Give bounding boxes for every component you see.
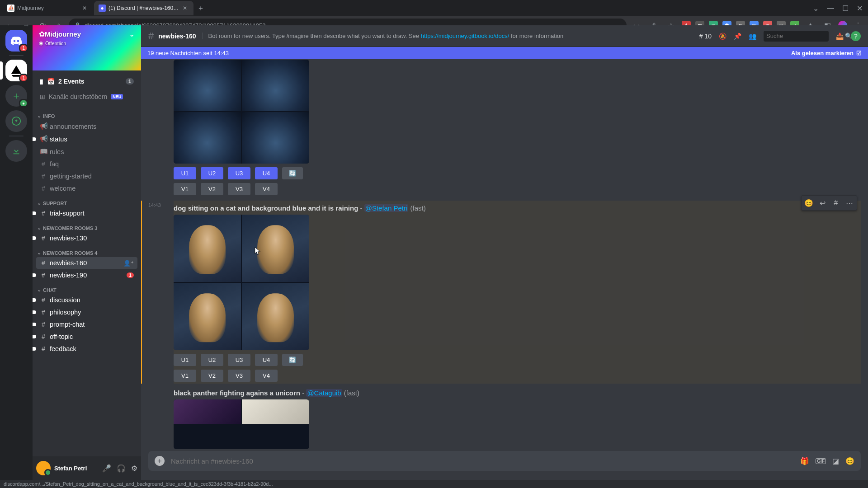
user-mention[interactable]: @Stefan Petri	[364, 204, 409, 212]
search-input[interactable]	[766, 33, 842, 39]
grid-tile	[242, 112, 309, 164]
server-header[interactable]: ✿ Midjourney ⌄ ◉ Öffentlich	[33, 25, 141, 70]
channel-list[interactable]: ▮ 📅 2 Events 1 ⊞ Kanäle durchstöbern NEU…	[33, 70, 141, 456]
v2-button[interactable]: V2	[201, 370, 223, 382]
category-header[interactable]: ⌄ NEWCOMER ROOMS 3	[36, 220, 137, 232]
mute-icon[interactable]: 🎤	[102, 464, 111, 473]
message-input[interactable]: ＋ 🎁 GIF ◪ 😊	[148, 451, 861, 471]
channel-topic[interactable]: Bot room for new users. Type /imagine th…	[203, 33, 695, 39]
channel-newbies-160[interactable]: #newbies-160👤⁺	[36, 257, 137, 269]
channel-welcome[interactable]: #welcome	[36, 183, 137, 194]
image-grid[interactable]	[174, 215, 309, 350]
close-window-icon[interactable]: ✕	[857, 4, 863, 13]
add-reaction-icon[interactable]: 😊	[802, 197, 815, 209]
channel-philosophy[interactable]: #philosophy	[36, 306, 137, 318]
channel-prompt-chat[interactable]: #prompt-chat	[36, 319, 137, 330]
u4-button[interactable]: U4	[255, 167, 278, 179]
user-name: Stefan Petri	[54, 465, 87, 472]
category-header[interactable]: ⌄ SUPPORT	[36, 195, 137, 207]
pinned-icon[interactable]: 📌	[734, 33, 741, 40]
browse-label: Kanäle durchstöbern	[49, 93, 107, 100]
u2-button[interactable]: U2	[201, 167, 223, 179]
unread-indicator	[33, 211, 36, 215]
add-server-button[interactable]: ＋ ●	[5, 85, 27, 107]
unread-indicator	[33, 137, 36, 141]
v1-button[interactable]: V1	[174, 183, 196, 195]
more-icon[interactable]: ⋯	[843, 197, 856, 209]
new-messages-bar[interactable]: 19 neue Nachrichten seit 14:43 Als geles…	[141, 47, 868, 59]
u3-button[interactable]: U3	[228, 354, 250, 366]
v1-button[interactable]: V1	[174, 370, 196, 382]
download-apps-button[interactable]	[5, 140, 27, 162]
topic-link[interactable]: https://midjourney.gitbook.io/docs/	[421, 33, 509, 39]
close-icon[interactable]: ✕	[82, 5, 89, 11]
u1-button[interactable]: U1	[174, 354, 196, 366]
channel-type-icon: #	[40, 345, 47, 352]
message-list[interactable]: U1 U2 U3 U4 🔄 V1 V2 V3 V4 14:43 😊	[141, 59, 868, 451]
v3-button[interactable]: V3	[228, 370, 250, 382]
v4-button[interactable]: V4	[255, 183, 278, 195]
channel-announcements[interactable]: 📢announcements	[36, 120, 137, 132]
channel-trial-support[interactable]: #trial-support	[36, 207, 137, 219]
channel-off-topic[interactable]: #off-topic	[36, 331, 137, 343]
gift-icon[interactable]: 🎁	[800, 457, 809, 465]
emoji-icon[interactable]: 😊	[845, 457, 854, 465]
image-grid[interactable]	[174, 399, 309, 449]
settings-icon[interactable]: ⚙	[131, 464, 137, 473]
events-row[interactable]: ▮ 📅 2 Events 1	[36, 74, 137, 89]
channel-feedback[interactable]: #feedback	[36, 343, 137, 355]
u2-button[interactable]: U2	[201, 354, 223, 366]
message-text-input[interactable]	[171, 457, 794, 465]
tab-discord[interactable]: ● (1) Discord | #newbies-160 | Mid ✕	[94, 1, 193, 15]
gif-icon[interactable]: GIF	[816, 458, 826, 464]
channel-newbies-190[interactable]: #newbies-1901	[36, 269, 137, 281]
chevron-down-icon[interactable]: ⌄	[813, 4, 819, 13]
channel-faq[interactable]: #faq	[36, 158, 137, 170]
channel-newbies-130[interactable]: #newbies-130	[36, 232, 137, 244]
search-box[interactable]: 🔍	[764, 31, 829, 42]
category-header[interactable]: ⌄ CHAT	[36, 282, 137, 294]
attach-button[interactable]: ＋	[155, 456, 165, 466]
channel-type-icon: #	[40, 272, 47, 279]
server-midjourney[interactable]: 1	[5, 60, 27, 81]
invite-icon[interactable]: 👤⁺	[123, 260, 134, 267]
channel-rules[interactable]: 📖rules	[36, 145, 137, 158]
reply-icon[interactable]: ↩	[816, 197, 829, 209]
v3-button[interactable]: V3	[228, 183, 250, 195]
discord-home[interactable]: 1	[5, 30, 27, 52]
u4-button[interactable]: U4	[255, 354, 278, 366]
channel-label: off-topic	[50, 333, 73, 340]
reroll-button[interactable]: 🔄	[282, 167, 303, 179]
maximize-icon[interactable]: ☐	[842, 4, 849, 13]
thread-icon[interactable]: #	[830, 197, 842, 209]
user-mention[interactable]: @Cataguib	[306, 389, 342, 397]
browse-channels[interactable]: ⊞ Kanäle durchstöbern NEU	[36, 90, 137, 103]
category-header[interactable]: ⌄ NEWCOMER ROOMS 4	[36, 244, 137, 257]
user-avatar[interactable]	[36, 461, 51, 475]
channel-getting-started[interactable]: #getting-started	[36, 170, 137, 182]
channel-discussion[interactable]: #discussion	[36, 294, 137, 306]
mark-read-button[interactable]: Als gelesen markieren ☑	[791, 50, 862, 56]
minimize-icon[interactable]: —	[827, 4, 834, 13]
channel-status[interactable]: 📢status	[36, 133, 137, 145]
explore-servers-button[interactable]	[5, 110, 27, 132]
inbox-icon[interactable]: 📥	[836, 33, 844, 40]
v2-button[interactable]: V2	[201, 183, 223, 195]
members-icon[interactable]: 👥	[749, 33, 756, 40]
new-tab-button[interactable]: ＋	[194, 2, 207, 14]
v4-button[interactable]: V4	[255, 370, 278, 382]
notifications-icon[interactable]: 🔕	[719, 33, 726, 40]
close-icon[interactable]: ✕	[183, 5, 189, 11]
sticker-icon[interactable]: ◪	[832, 457, 839, 465]
image-grid[interactable]	[174, 60, 309, 164]
help-icon[interactable]: ?	[851, 31, 861, 41]
u1-button[interactable]: U1	[174, 167, 196, 179]
chevron-down-icon[interactable]: ⌄	[129, 30, 135, 38]
u3-button[interactable]: U3	[228, 167, 250, 179]
threads-button[interactable]: # 10	[699, 33, 712, 40]
deafen-icon[interactable]: 🎧	[117, 464, 126, 473]
category-header[interactable]: ⌄ INFO	[36, 108, 137, 120]
tab-midjourney[interactable]: ⛵ Midjourney ✕	[3, 1, 93, 15]
channel-label: getting-started	[50, 173, 92, 180]
reroll-button[interactable]: 🔄	[282, 354, 303, 366]
